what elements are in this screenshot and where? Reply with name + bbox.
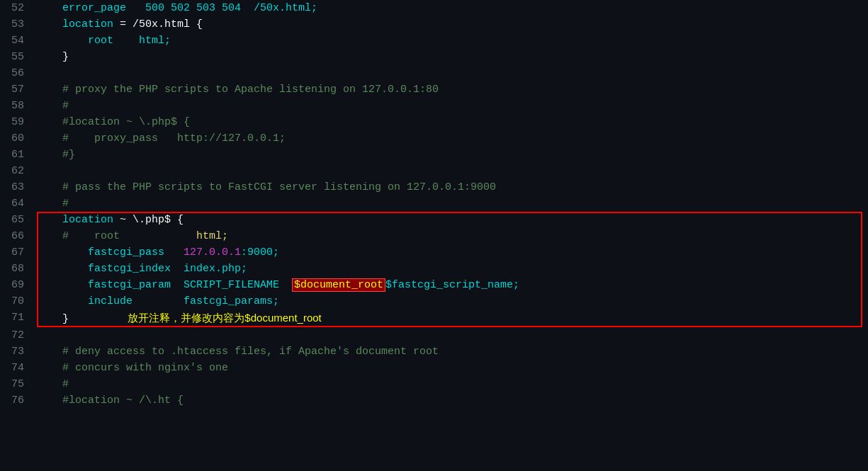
line-number: 74	[0, 360, 34, 376]
line-content: #	[34, 98, 868, 114]
code-line: 67 fastcgi_pass 127.0.0.1:9000;	[0, 244, 868, 261]
code-token: fastcgi_index index.php;	[37, 263, 247, 275]
line-content: } 放开注释，并修改内容为$document_root	[34, 310, 868, 327]
line-number: 52	[0, 0, 34, 16]
white-token: ~ \.php$ {	[113, 214, 184, 226]
line-content: location = /50x.html {	[34, 16, 868, 33]
line-content: # concurs with nginx's one	[34, 360, 868, 376]
line-content: # deny access to .htaccess files, if Apa…	[34, 344, 868, 360]
default-token	[37, 214, 62, 226]
line-number: 75	[0, 376, 34, 392]
code-line: 73 # deny access to .htaccess files, if …	[0, 344, 868, 360]
code-line: 52 error_page 500 502 503 504 /50x.html;	[0, 0, 868, 16]
code-line: 53 location = /50x.html {	[0, 16, 868, 33]
white-token: }	[37, 51, 69, 63]
white-token: = /50x.html {	[113, 18, 203, 30]
line-content: location ~ \.php$ {	[34, 212, 868, 228]
line-number: 56	[0, 65, 34, 81]
line-content	[34, 163, 868, 179]
code-line: 66 # root html;	[0, 228, 868, 244]
code-line: 57 # proxy the PHP scripts to Apache lis…	[0, 81, 868, 98]
line-number: 65	[0, 212, 34, 228]
code-line: 71 } 放开注释，并修改内容为$document_root	[0, 310, 868, 327]
code-line: 65 location ~ \.php$ {	[0, 212, 868, 228]
line-content: #location ~ /\.ht {	[34, 392, 868, 409]
line-content: #location ~ \.php$ {	[34, 114, 868, 130]
line-number: 62	[0, 163, 34, 179]
code-line: 72	[0, 327, 868, 344]
code-token: fastcgi_pass	[37, 246, 184, 259]
line-content: #	[34, 376, 868, 392]
code-line: 62	[0, 163, 868, 179]
comment-token: #	[37, 100, 69, 112]
code-token: location	[62, 214, 113, 226]
line-number: 63	[0, 179, 34, 195]
code-line: 58 #	[0, 98, 868, 114]
line-number: 71	[0, 310, 34, 327]
code-line: 64 #	[0, 195, 868, 212]
line-number: 54	[0, 33, 34, 49]
code-token: root html;	[37, 35, 171, 47]
code-line: 54 root html;	[0, 33, 868, 49]
annotation-text: 放开注释，并修改内容为$document_root	[69, 312, 322, 324]
code-line: 59 #location ~ \.php$ {	[0, 114, 868, 130]
code-table: 52 error_page 500 502 503 504 /50x.html;…	[0, 0, 868, 409]
comment-token: #	[37, 198, 69, 210]
line-content: root html;	[34, 33, 868, 49]
line-number: 59	[0, 114, 34, 130]
line-number: 70	[0, 293, 34, 310]
comment-token: #	[37, 378, 69, 390]
comment-token: # proxy the PHP scripts to Apache listen…	[37, 84, 439, 96]
code-line: 56	[0, 65, 868, 81]
line-number: 61	[0, 147, 34, 163]
ip-token: 127.0.0.1	[184, 246, 241, 259]
code-editor: 52 error_page 500 502 503 504 /50x.html;…	[0, 0, 868, 471]
line-content: }	[34, 49, 868, 65]
default-token	[37, 18, 62, 30]
line-number: 72	[0, 327, 34, 344]
code-token: include fastcgi_params;	[37, 295, 279, 307]
line-number: 55	[0, 49, 34, 65]
default-token	[120, 230, 196, 242]
comment-token: # proxy_pass http://127.0.0.1;	[37, 132, 286, 144]
code-line: 68 fastcgi_index index.php;	[0, 261, 868, 277]
code-line: 61 #}	[0, 147, 868, 163]
line-number: 68	[0, 261, 34, 277]
line-number: 60	[0, 130, 34, 147]
comment-token: #}	[37, 149, 75, 161]
code-token: fastcgi_param SCRIPT_FILENAME	[37, 279, 292, 291]
code-token: error_page 500 502 503 504 /50x.html;	[37, 2, 317, 14]
comment-token: # pass the PHP scripts to FastCGI server…	[37, 181, 496, 193]
line-number: 57	[0, 81, 34, 98]
code-line: 76 #location ~ /\.ht {	[0, 392, 868, 409]
line-number: 76	[0, 392, 34, 409]
comment-token: # deny access to .htaccess files, if Apa…	[37, 346, 439, 358]
line-number: 69	[0, 277, 34, 293]
line-content: fastcgi_pass 127.0.0.1:9000;	[34, 244, 868, 261]
comment-token: #location ~ /\.ht {	[37, 395, 184, 407]
code-line: 60 # proxy_pass http://127.0.0.1;	[0, 130, 868, 147]
code-line: 75 #	[0, 376, 868, 392]
line-content: #	[34, 195, 868, 212]
string-token: html;	[196, 230, 228, 242]
comment-token: #location ~ \.php$ {	[37, 116, 190, 128]
line-content: # pass the PHP scripts to FastCGI server…	[34, 179, 868, 195]
code-line: 55 }	[0, 49, 868, 65]
doc-root-highlight: $document_root	[292, 278, 385, 292]
line-content: error_page 500 502 503 504 /50x.html;	[34, 0, 868, 16]
comment-token: root	[94, 230, 120, 242]
line-number: 53	[0, 16, 34, 33]
line-content	[34, 65, 868, 81]
line-content: # proxy the PHP scripts to Apache listen…	[34, 81, 868, 98]
line-content: # proxy_pass http://127.0.0.1;	[34, 130, 868, 147]
comment-token: #	[37, 230, 94, 242]
code-line: 74 # concurs with nginx's one	[0, 360, 868, 376]
line-content: fastcgi_param SCRIPT_FILENAME $document_…	[34, 277, 868, 293]
code-line: 69 fastcgi_param SCRIPT_FILENAME $docume…	[0, 277, 868, 293]
line-content: #}	[34, 147, 868, 163]
code-token: $fastcgi_script_name;	[385, 279, 519, 291]
comment-token: # concurs with nginx's one	[37, 362, 228, 374]
line-content	[34, 327, 868, 344]
line-content: fastcgi_index index.php;	[34, 261, 868, 277]
line-number: 64	[0, 195, 34, 212]
